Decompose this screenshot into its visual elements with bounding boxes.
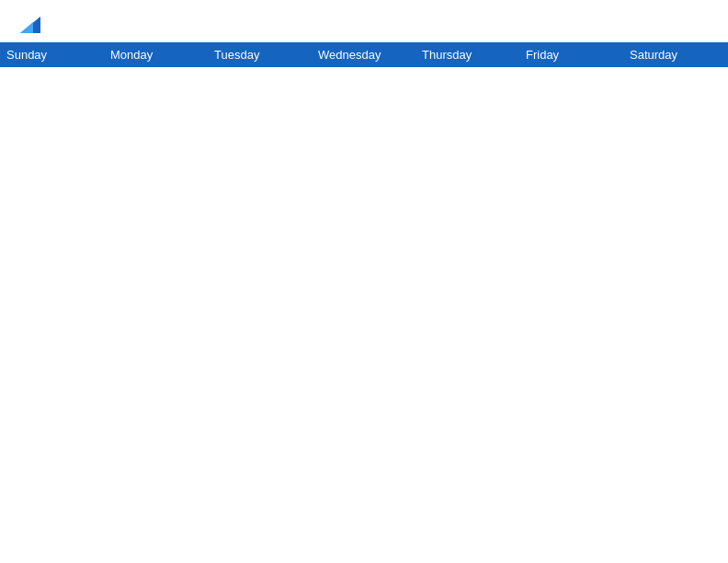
logo-icon: [20, 17, 40, 33]
calendar-table: SundayMondayTuesdayWednesdayThursdayFrid…: [0, 42, 728, 67]
weekday-header-monday: Monday: [105, 43, 209, 67]
weekday-header-sunday: Sunday: [1, 43, 105, 67]
svg-marker-1: [20, 22, 33, 33]
weekday-header-wednesday: Wednesday: [313, 43, 416, 67]
weekday-header-row: SundayMondayTuesdayWednesdayThursdayFrid…: [1, 43, 728, 67]
page-header: [0, 0, 728, 42]
logo: [18, 17, 40, 33]
weekday-header-saturday: Saturday: [624, 43, 728, 67]
weekday-header-friday: Friday: [520, 43, 624, 67]
title-area: [40, 17, 710, 18]
weekday-header-thursday: Thursday: [416, 43, 520, 67]
weekday-header-tuesday: Tuesday: [209, 43, 313, 67]
